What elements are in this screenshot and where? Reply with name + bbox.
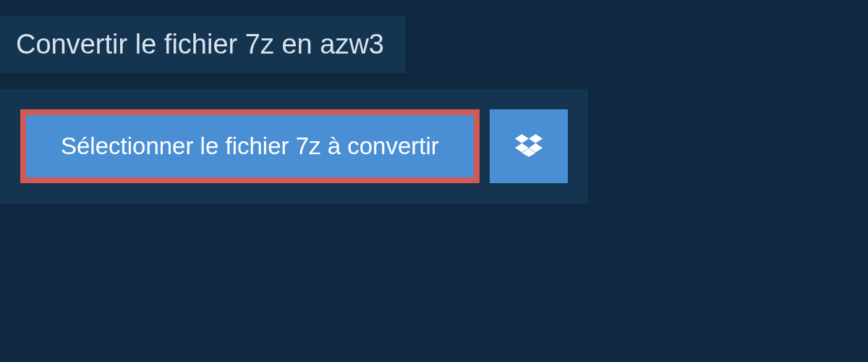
select-file-button[interactable]: Sélectionner le fichier 7z à convertir bbox=[20, 109, 480, 183]
dropbox-button[interactable] bbox=[490, 109, 568, 183]
page-title: Convertir le fichier 7z en azw3 bbox=[16, 29, 384, 60]
dropbox-icon bbox=[515, 132, 542, 161]
select-file-label: Sélectionner le fichier 7z à convertir bbox=[61, 132, 439, 160]
header-bar: Convertir le fichier 7z en azw3 bbox=[0, 16, 406, 73]
action-panel: Sélectionner le fichier 7z à convertir bbox=[0, 89, 588, 203]
